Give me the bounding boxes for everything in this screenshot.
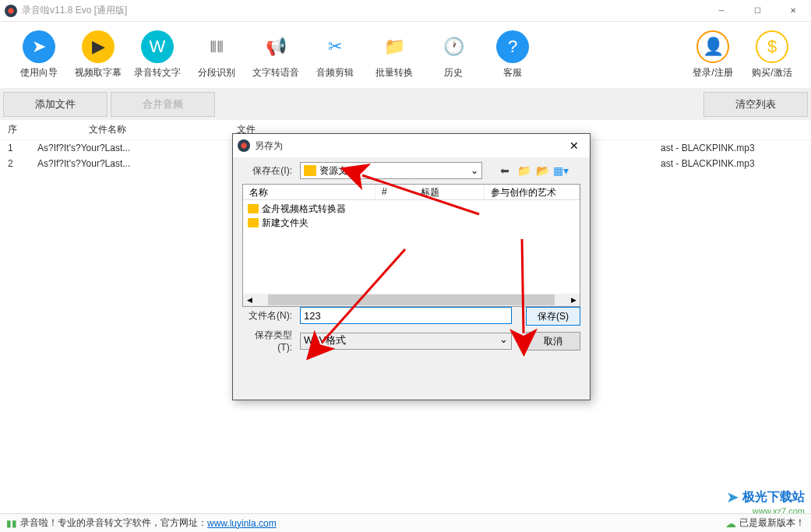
toolbar-item-1[interactable]: ▶视频取字幕 <box>69 30 128 79</box>
clear-list-button[interactable]: 清空列表 <box>703 92 808 117</box>
toolbar-label: 录音转文字 <box>134 66 181 79</box>
cloud-icon: ☁ <box>725 517 736 530</box>
status-url[interactable]: www.luyinla.com <box>207 518 277 529</box>
app-icon <box>5 5 17 17</box>
main-toolbar: ➤使用向导▶视频取字幕W录音转文字⦀⦀分段识别📢文字转语音✂音频剪辑📁批量转换🕐… <box>0 22 811 89</box>
chevron-down-icon: ⌄ <box>471 165 478 176</box>
scroll-left-icon[interactable]: ◀ <box>243 296 256 304</box>
toolbar-label: 分段识别 <box>198 66 235 79</box>
scroll-right-icon[interactable]: ▶ <box>567 296 580 304</box>
filetype-select[interactable]: WAV格式 ⌄ <box>300 333 512 350</box>
toolbar-item-3[interactable]: ⦀⦀分段识别 <box>187 30 246 79</box>
signal-icon: ▮▮ <box>6 518 17 529</box>
folder-icon <box>248 204 259 213</box>
col-seq[interactable]: 序 <box>0 122 30 138</box>
chevron-down-icon: ⌄ <box>499 333 508 345</box>
toolbar-icon: ? <box>496 30 529 63</box>
toolbar-item-2[interactable]: W录音转文字 <box>128 30 187 79</box>
toolbar-icon: ▶ <box>82 30 115 63</box>
window-title: 录音啦v11.8 Evo [通用版] <box>22 4 703 17</box>
location-text: 资源文件 <box>319 164 357 178</box>
dialog-title: 另存为 <box>255 139 559 153</box>
list-item[interactable]: 金舟视频格式转换器 <box>245 202 578 216</box>
toolbar-icon: $ <box>756 30 788 63</box>
save-as-dialog: 另存为 ✕ 保存在(I): 资源文件 ⌄ ⬅ 📁 📂 ▦▾ 名称 # <box>232 133 591 400</box>
version-text: 已是最新版本！ <box>739 516 805 530</box>
list-item[interactable]: 新建文件夹 <box>245 216 578 230</box>
col-title[interactable]: 标题 <box>414 185 485 199</box>
toolbar-label: 批量转换 <box>376 66 413 79</box>
add-file-button[interactable]: 添加文件 <box>3 92 108 117</box>
toolbar-icon: ✂ <box>319 30 351 63</box>
toolbar-item-5[interactable]: ✂音频剪辑 <box>305 30 365 79</box>
toolbar-item-6[interactable]: 📁批量转换 <box>365 30 424 79</box>
dialog-close-button[interactable]: ✕ <box>559 139 590 152</box>
dialog-titlebar[interactable]: 另存为 ✕ <box>233 134 590 157</box>
toolbar-label: 客服 <box>503 66 522 79</box>
toolbar-icon: 📢 <box>259 30 292 63</box>
location-combo[interactable]: 资源文件 ⌄ <box>300 162 482 179</box>
minimize-button[interactable]: ─ <box>703 0 739 21</box>
toolbar-right-item-0[interactable]: 👤登录/注册 <box>683 30 742 79</box>
file-list[interactable]: 名称 # 标题 参与创作的艺术 金舟视频格式转换器新建文件夹 <box>242 184 580 307</box>
folder-icon <box>304 165 316 176</box>
close-button[interactable]: ✕ <box>775 0 811 21</box>
filename-label: 文件名(N): <box>242 309 292 322</box>
new-folder-icon[interactable]: 📂 <box>535 164 549 178</box>
save-in-label: 保存在(I): <box>242 164 292 178</box>
watermark-name: 极光下载站 <box>742 489 805 504</box>
titlebar: 录音啦v11.8 Evo [通用版] ─ ☐ ✕ <box>0 0 811 22</box>
col-artist[interactable]: 参与创作的艺术 <box>485 185 580 199</box>
toolbar-right-item-1[interactable]: $购买/激活 <box>742 30 802 79</box>
watermark-icon: ➤ <box>726 488 739 506</box>
maximize-button[interactable]: ☐ <box>739 0 775 21</box>
toolbar-item-7[interactable]: 🕐历史 <box>424 30 483 79</box>
col-fname[interactable]: 名称 <box>243 185 376 199</box>
toolbar-icon: 👤 <box>696 30 729 63</box>
filetype-label: 保存类型(T): <box>242 329 292 353</box>
toolbar-icon: ⦀⦀ <box>200 30 233 63</box>
toolbar-label: 音频剪辑 <box>316 66 354 79</box>
horizontal-scrollbar[interactable]: ◀ ▶ <box>243 294 580 306</box>
toolbar-icon: ➤ <box>23 30 55 63</box>
toolbar-item-8[interactable]: ?客服 <box>483 30 542 79</box>
status-text: 录音啦！专业的录音转文字软件，官方网址： <box>20 516 207 530</box>
up-folder-icon[interactable]: 📁 <box>517 164 531 178</box>
toolbar-item-4[interactable]: 📢文字转语音 <box>246 30 305 79</box>
merge-audio-button[interactable]: 合并音频 <box>111 92 215 117</box>
toolbar-icon: 🕐 <box>437 30 470 63</box>
toolbar-icon: W <box>141 30 174 63</box>
toolbar-label: 视频取字幕 <box>75 66 122 79</box>
dialog-icon <box>238 139 250 152</box>
col-path[interactable] <box>263 129 811 132</box>
folder-icon <box>248 218 259 227</box>
action-bar: 添加文件 合并音频 清空列表 <box>0 89 811 120</box>
watermark: ➤ 极光下载站 www.xz7.com <box>726 488 805 516</box>
toolbar-label: 历史 <box>444 66 463 79</box>
toolbar-icon: 📁 <box>378 30 411 63</box>
status-bar: ▮▮ 录音啦！专业的录音转文字软件，官方网址： www.luyinla.com … <box>0 513 811 532</box>
save-button[interactable]: 保存(S) <box>526 307 580 326</box>
toolbar-item-0[interactable]: ➤使用向导 <box>9 30 69 79</box>
toolbar-label: 登录/注册 <box>693 66 732 79</box>
toolbar-label: 文字转语音 <box>252 66 299 79</box>
back-icon[interactable]: ⬅ <box>498 164 512 178</box>
col-name[interactable]: 文件名称 <box>30 122 185 138</box>
col-num[interactable]: # <box>376 185 414 199</box>
toolbar-label: 使用向导 <box>20 66 58 79</box>
scroll-thumb[interactable] <box>268 294 555 305</box>
filename-input[interactable] <box>300 307 512 324</box>
toolbar-label: 购买/激活 <box>752 66 792 79</box>
view-menu-icon[interactable]: ▦▾ <box>554 164 568 178</box>
cancel-button[interactable]: 取消 <box>526 332 580 351</box>
